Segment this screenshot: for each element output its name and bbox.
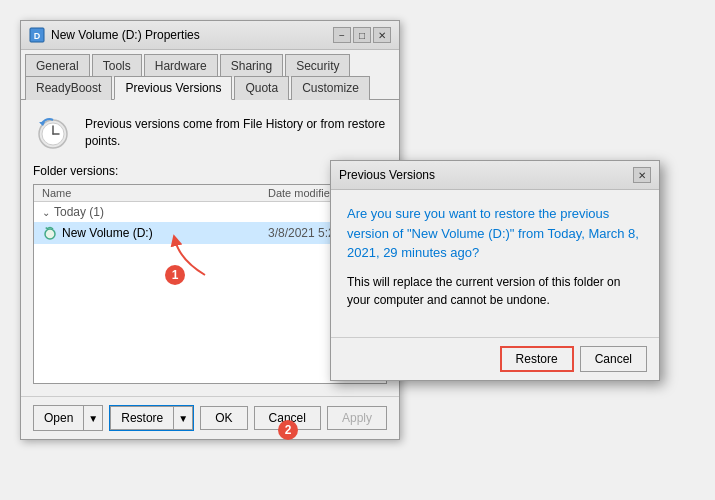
info-text: Previous versions come from File History… — [85, 112, 387, 150]
apply-button[interactable]: Apply — [327, 406, 387, 430]
info-section: Previous versions come from File History… — [33, 112, 387, 152]
tab-customize[interactable]: Customize — [291, 76, 370, 100]
dialog-cancel-button[interactable]: Cancel — [580, 346, 647, 372]
dialog-window: Previous Versions ✕ Are you sure you wan… — [330, 160, 660, 381]
tab-sharing[interactable]: Sharing — [220, 54, 283, 77]
restore-dropdown-button[interactable]: ▼ — [173, 406, 193, 430]
dialog-footer-bar: Restore Cancel — [331, 337, 659, 380]
svg-point-7 — [45, 229, 55, 239]
tab-bar: General Tools Hardware Sharing Security … — [21, 50, 399, 100]
dialog-title-controls: ✕ — [633, 167, 651, 183]
minimize-button[interactable]: − — [333, 27, 351, 43]
column-name: Name — [42, 187, 268, 199]
open-btn-group: Open ▼ — [33, 405, 103, 431]
dialog-question: Are you sure you want to restore the pre… — [347, 204, 643, 263]
dialog-restore-button[interactable]: Restore — [500, 346, 574, 372]
restore-icon-sm — [42, 225, 58, 241]
close-button[interactable]: ✕ — [373, 27, 391, 43]
list-item-name: New Volume (D:) — [42, 225, 268, 241]
dialog-title-left: Previous Versions — [339, 168, 435, 182]
tab-tools[interactable]: Tools — [92, 54, 142, 77]
restore-button[interactable]: Restore — [110, 406, 173, 430]
tab-security[interactable]: Security — [285, 54, 350, 77]
svg-text:D: D — [34, 31, 41, 41]
window-footer: Open ▼ Restore ▼ OK Cancel Apply — [21, 396, 399, 439]
action-buttons: Open ▼ Restore ▼ — [33, 405, 194, 431]
tab-row-1: General Tools Hardware Sharing Security — [25, 54, 399, 76]
window-icon: D — [29, 27, 45, 43]
tab-row-2: ReadyBoost Previous Versions Quota Custo… — [25, 76, 399, 99]
maximize-button[interactable]: □ — [353, 27, 371, 43]
dialog-title-bar: Previous Versions ✕ — [331, 161, 659, 190]
ok-button[interactable]: OK — [200, 406, 247, 430]
open-dropdown-button[interactable]: ▼ — [83, 405, 103, 431]
title-bar-left: D New Volume (D:) Properties — [29, 27, 200, 43]
annotation-badge-2: 2 — [278, 420, 298, 440]
annotation-badge-1: 1 — [165, 265, 185, 285]
dialog-close-button[interactable]: ✕ — [633, 167, 651, 183]
history-icon — [33, 112, 73, 152]
window-title: New Volume (D:) Properties — [51, 28, 200, 42]
tab-previous-versions[interactable]: Previous Versions — [114, 76, 232, 100]
dialog-info: This will replace the current version of… — [347, 273, 643, 309]
open-button[interactable]: Open — [33, 405, 83, 431]
dialog-content: Are you sure you want to restore the pre… — [331, 190, 659, 337]
dialog-title: Previous Versions — [339, 168, 435, 182]
title-bar: D New Volume (D:) Properties − □ ✕ — [21, 21, 399, 50]
tab-hardware[interactable]: Hardware — [144, 54, 218, 77]
restore-btn-group: Restore ▼ — [109, 405, 194, 431]
tab-quota[interactable]: Quota — [234, 76, 289, 100]
tab-readyboost[interactable]: ReadyBoost — [25, 76, 112, 100]
title-controls: − □ ✕ — [333, 27, 391, 43]
tab-general[interactable]: General — [25, 54, 90, 77]
